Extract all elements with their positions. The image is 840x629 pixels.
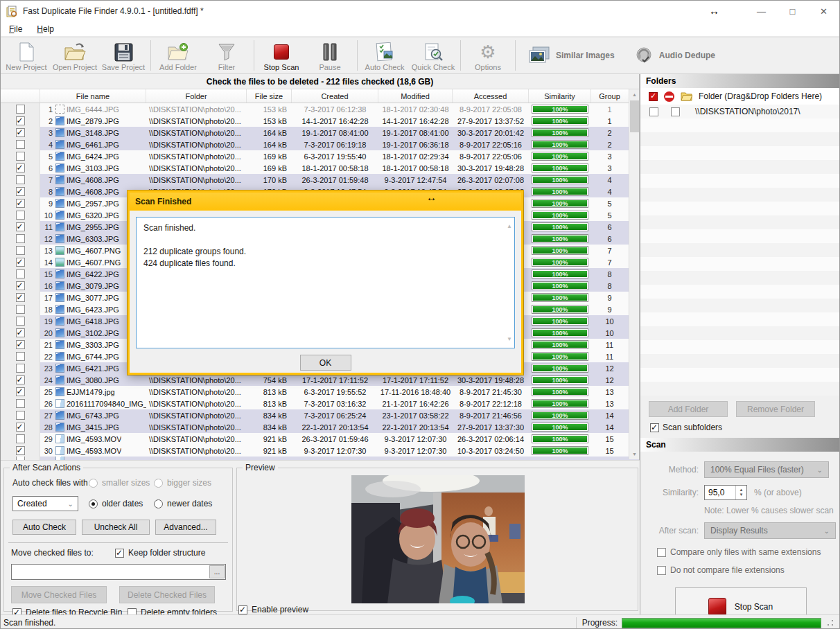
table-row[interactable]: 2620161117094840_IMG_542 \\DISKSTATION\p… <box>1 398 639 409</box>
row-checkbox[interactable] <box>16 258 25 267</box>
stop-scan-button[interactable]: Stop Scan <box>257 37 306 73</box>
method-select[interactable]: 100% Equal Files (faster)⌄ <box>704 461 829 478</box>
row-checkbox[interactable] <box>16 352 25 361</box>
keep-folder-structure-checkbox[interactable] <box>115 549 124 558</box>
table-row[interactable]: 27IMG_6743.JPG \\DISKSTATION\photo\20...… <box>1 409 639 421</box>
row-checkbox[interactable] <box>16 411 25 420</box>
uncheck-all-button[interactable]: Uncheck All <box>82 520 150 535</box>
table-row[interactable]: 5IMG_6424.JPG \\DISKSTATION\photo\20... … <box>1 150 639 162</box>
dialog-title-bar[interactable]: Scan Finished ↔ <box>130 193 521 211</box>
row-checkbox[interactable] <box>16 105 25 114</box>
table-scrollbar[interactable]: ▲ ▼ <box>629 89 639 459</box>
row-checkbox[interactable] <box>16 175 25 184</box>
advanced-button[interactable]: Advanced... <box>155 520 216 535</box>
table-row[interactable]: 6IMG_3103.JPG \\DISKSTATION\photo\20... … <box>1 162 639 174</box>
ok-button[interactable]: OK <box>300 355 351 371</box>
column-similarity[interactable]: Similarity <box>529 89 591 103</box>
similar-images-button[interactable]: Similar Images <box>518 37 624 73</box>
scroll-thumb[interactable] <box>630 100 639 132</box>
column-accessed[interactable]: Accessed <box>453 89 529 103</box>
row-checkbox[interactable] <box>16 305 25 314</box>
table-row[interactable]: 2IMG_2879.JPG \\DISKSTATION\photo\20... … <box>1 115 639 127</box>
add-folder-button[interactable]: Add Folder <box>154 37 202 73</box>
date-type-select[interactable]: Created⌄ <box>12 496 78 511</box>
table-row[interactable]: 24IMG_3080.JPG \\DISKSTATION\photo\20...… <box>1 374 639 386</box>
row-checkbox[interactable] <box>16 328 25 337</box>
row-checkbox[interactable] <box>16 387 25 396</box>
add-folder-panel-button[interactable]: Add Folder <box>649 401 728 417</box>
audio-dedupe-button[interactable]: Audio Dedupe <box>624 37 725 73</box>
spinner-arrows-icon[interactable]: ▲▼ <box>735 486 746 499</box>
column-file-name[interactable]: File name <box>40 89 146 103</box>
row-checkbox[interactable] <box>16 222 25 231</box>
scan-subfolders-checkbox[interactable] <box>650 423 659 432</box>
row-checkbox[interactable] <box>16 152 25 161</box>
no-compare-extensions-checkbox[interactable] <box>657 566 666 575</box>
after-scan-select[interactable]: Display Results⌄ <box>704 522 836 539</box>
close-button[interactable]: ✕ <box>808 1 839 21</box>
row-checkbox[interactable] <box>16 434 25 443</box>
row-checkbox[interactable] <box>16 340 25 349</box>
menu-file[interactable]: File <box>7 24 24 35</box>
table-row[interactable]: 25EJJM1479.jpg \\DISKSTATION\photo\20...… <box>1 386 639 398</box>
table-row[interactable]: 29IMG_4593.MOV \\DISKSTATION\photo\20...… <box>1 433 639 445</box>
resize-grip[interactable] <box>827 619 834 626</box>
row-checkbox[interactable] <box>16 187 25 196</box>
browse-button[interactable]: ... <box>209 565 225 578</box>
scroll-up-icon[interactable]: ▲ <box>629 89 640 100</box>
scroll-down-icon[interactable]: ▼ <box>507 333 512 345</box>
row-checkbox[interactable] <box>16 317 25 326</box>
minimize-button[interactable]: — <box>746 1 777 21</box>
delete-checked-files-button[interactable]: Delete Checked Files <box>119 586 215 603</box>
table-row[interactable]: 28IMG_3415.JPG \\DISKSTATION\photo\20...… <box>1 421 639 433</box>
filter-button[interactable]: Filter <box>202 37 251 73</box>
row-checkbox[interactable] <box>16 269 25 278</box>
row-checkbox[interactable] <box>16 399 25 408</box>
smaller-sizes-radio[interactable] <box>89 479 98 488</box>
folder-checkbox[interactable] <box>649 107 658 116</box>
column-file-size[interactable]: File size <box>247 89 292 103</box>
column-folder[interactable]: Folder <box>146 89 247 103</box>
quick-check-button[interactable]: Quick Check <box>409 37 457 73</box>
row-checkbox[interactable] <box>16 234 25 243</box>
column-modified[interactable]: Modified <box>378 89 453 103</box>
auto-check-action-button[interactable]: Auto Check <box>12 520 76 535</box>
older-dates-radio[interactable] <box>89 499 98 508</box>
row-checkbox[interactable] <box>16 116 25 125</box>
folder-exclude-checkbox[interactable] <box>671 107 680 116</box>
column-check[interactable] <box>1 89 40 103</box>
row-checkbox[interactable] <box>16 446 25 455</box>
auto-check-button[interactable]: Auto Check <box>360 37 409 73</box>
enable-preview-checkbox[interactable] <box>238 605 247 614</box>
bigger-sizes-radio[interactable] <box>154 479 163 488</box>
row-checkbox[interactable] <box>16 375 25 384</box>
table-row[interactable]: 3IMG_3148.JPG \\DISKSTATION\photo\20... … <box>1 127 639 139</box>
row-checkbox[interactable] <box>16 246 25 255</box>
folder-list-header-row[interactable]: Folder (Drag&Drop Folders Here) <box>640 88 840 105</box>
row-checkbox[interactable] <box>16 364 25 373</box>
row-checkbox[interactable] <box>16 140 25 149</box>
row-checkbox[interactable] <box>16 199 25 208</box>
pause-button[interactable]: Pause <box>306 37 354 73</box>
folder-path-row[interactable]: \\DISKSTATION\photo\2017\ <box>640 105 840 118</box>
row-checkbox[interactable] <box>16 423 25 432</box>
row-checkbox[interactable] <box>16 293 25 302</box>
row-checkbox[interactable] <box>16 128 25 137</box>
table-row[interactable]: 4IMG_6461.JPG \\DISKSTATION\photo\20... … <box>1 139 639 150</box>
open-project-button[interactable]: Open Project <box>51 37 99 73</box>
scroll-down-icon[interactable]: ▼ <box>629 449 640 459</box>
similarity-spinner[interactable]: 95,0 ▲▼ <box>704 485 747 500</box>
save-project-button[interactable]: Save Project <box>99 37 148 73</box>
same-extensions-checkbox[interactable] <box>657 548 666 557</box>
column-group[interactable]: Group <box>591 89 628 103</box>
move-destination-input[interactable]: ... <box>11 564 226 580</box>
scroll-up-icon[interactable]: ▲ <box>507 220 512 232</box>
column-created[interactable]: Created <box>292 89 378 103</box>
move-checked-files-button[interactable]: Move Checked Files <box>11 586 107 603</box>
remove-folder-button[interactable]: Remove Folder <box>736 401 815 417</box>
row-checkbox[interactable] <box>16 211 25 220</box>
row-checkbox[interactable] <box>16 281 25 290</box>
new-project-button[interactable]: New Project <box>2 37 51 73</box>
options-button[interactable]: ⚙ Options <box>464 37 512 73</box>
menu-help[interactable]: Help <box>35 24 56 35</box>
